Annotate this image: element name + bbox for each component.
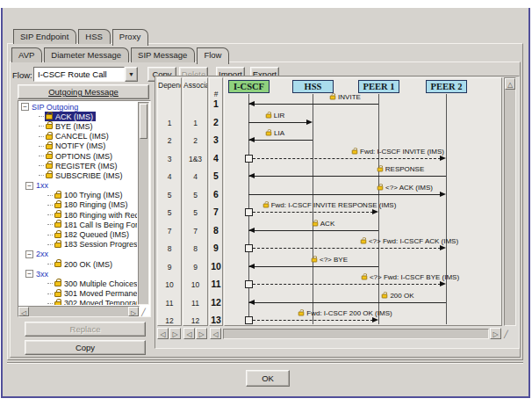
collapse-icon[interactable]: − (25, 270, 33, 278)
tree-connector (47, 214, 53, 215)
tree-item-3xx[interactable]: −3xx (25, 269, 137, 279)
diagram-bottom-scrollbar[interactable]: ◁ ▷ ◁ ▷ ◁ ▷ ╱ (157, 328, 516, 340)
tree-item-183-session-progress-im[interactable]: 183 Session Progress (IM (47, 240, 137, 250)
tree-scroll-thumb[interactable] (140, 104, 147, 139)
tab-sip-message[interactable]: SIP Message (131, 47, 195, 62)
message-label[interactable]: LIR (196, 112, 354, 120)
tree-scroll-left-icon[interactable]: ◁ (18, 307, 29, 316)
tree-item-ack-ims-[interactable]: ACK (IMS) (39, 112, 137, 121)
assoc-scroll-left-icon[interactable]: ◁ (183, 328, 195, 339)
tree-item-200-ok-ims-[interactable]: 200 OK (IMS) (47, 259, 137, 269)
tree-item-body[interactable]: REGISTER (IMS) (45, 161, 120, 170)
tree-item-notify-ims-[interactable]: NOTIFY (IMS) (39, 141, 137, 151)
tree-item-bye-ims-[interactable]: BYE (IMS) (39, 121, 137, 131)
tree-item-body[interactable]: 200 OK (IMS) (54, 259, 115, 269)
tree-item-180-ringing-with-require-1[interactable]: 180 Ringing with Require 1 (47, 210, 137, 220)
diagram-resize-grip-icon[interactable]: ╱ (504, 329, 508, 340)
canvas-scroll-track[interactable] (223, 329, 489, 339)
tree-item-181-call-is-being-forwarde[interactable]: 181 Call Is Being Forwarde (47, 220, 137, 229)
tree-item-100-trying-ims-[interactable]: 100 Trying (IMS) (47, 191, 137, 200)
tab-hss[interactable]: HSS (78, 29, 111, 44)
message-label[interactable]: RESPONSE (321, 165, 479, 173)
message-line (248, 140, 313, 141)
message-label[interactable]: <?> BYE (250, 256, 408, 264)
message-label[interactable]: INVITE (266, 93, 424, 101)
tree-item-302-moved-temporarily-i[interactable]: 302 Moved Temporarily (I (47, 299, 137, 305)
lock-icon (377, 168, 383, 172)
tree-item-body[interactable]: ACK (IMS) (45, 112, 96, 121)
tree-item-body[interactable]: 302 Moved Temporarily (I (54, 299, 137, 305)
message-label[interactable]: LIA (196, 129, 354, 137)
diagram-scroll-up-icon[interactable]: △ (505, 78, 515, 90)
tree-leaf-label: 302 Moved Temporarily (I (64, 299, 137, 305)
tree-item-body[interactable]: 300 Multiple Choices (IMS (54, 279, 137, 288)
flow-combobox[interactable]: I-CSCF Route Call (33, 67, 125, 82)
canvas-scroll-right-icon[interactable]: ▷ (490, 328, 501, 339)
tree-item-body[interactable]: CANCEL (IMS) (45, 132, 111, 141)
tree-item-sip-outgoing[interactable]: −SIP Outgoing (21, 102, 137, 112)
tree-item-body[interactable]: OPTIONS (IMS) (45, 151, 115, 161)
row-number: 10 (210, 261, 222, 272)
tree-item-body[interactable]: 180 Ringing with Require 1 (54, 210, 137, 220)
tree-item-subscribe-ims-[interactable]: SUBSCRIBE (IMS) (39, 170, 137, 180)
tree-item-2xx[interactable]: −2xx (25, 250, 137, 259)
tree-item-body[interactable]: 180 Ringing (IMS) (54, 200, 131, 210)
message-label[interactable]: <?> ACK (IMS) (326, 184, 484, 192)
sequence-canvas[interactable]: I-CSCFHSSPEER 1PEER 2INVITELIRLIAFwd: I-… (224, 77, 502, 326)
tab-flow[interactable]: Flow (197, 47, 229, 64)
tab-avp[interactable]: AVP (11, 47, 42, 62)
arrowhead-icon (372, 317, 378, 322)
arrowhead-icon (306, 120, 313, 125)
tree-vertical-scrollbar[interactable] (138, 102, 149, 305)
message-label[interactable]: <?> Fwd: I-CSCF BYE (IMS) (331, 273, 489, 281)
message-label[interactable]: Fwd: I-CSCF 200 OK (IMS) (266, 309, 424, 317)
tree-item-182-queued-ims-[interactable]: 182 Queued (IMS) (47, 229, 137, 239)
replace-button[interactable]: Replace (25, 322, 146, 337)
message-text: <?> Fwd: I-CSCF ACK (IMS) (369, 237, 458, 245)
collapse-icon[interactable]: − (25, 182, 33, 190)
tree-item-body[interactable]: NOTIFY (IMS) (45, 141, 108, 151)
collapse-icon[interactable]: − (21, 103, 29, 111)
row-number: 4 (210, 153, 222, 163)
tree-item-body[interactable]: 183 Session Progress (IM (54, 240, 137, 250)
message-label[interactable]: <?> Fwd: I-CSCF ACK (IMS) (330, 237, 488, 245)
tree-item-1xx[interactable]: −1xx (25, 181, 137, 191)
tree-item-body[interactable]: 301 Moved Permanently (I (54, 289, 137, 299)
message-label[interactable]: 200 OK (319, 292, 477, 300)
tree-horizontal-scrollbar[interactable]: ◁ ▷ (18, 306, 140, 317)
assoc-scroll-right-icon[interactable]: ▷ (196, 328, 207, 339)
lock-icon (46, 124, 53, 129)
tab-proxy[interactable]: Proxy (112, 29, 148, 46)
tree-item-body[interactable]: 100 Trying (IMS) (54, 191, 126, 200)
tree-item-180-ringing-ims-[interactable]: 180 Ringing (IMS) (47, 200, 137, 210)
tree-item-300-multiple-choices-ims[interactable]: 300 Multiple Choices (IMS (47, 279, 137, 288)
message-label[interactable]: Fwd: I-CSCF INVITE RESPONSE (IMS) (250, 201, 408, 209)
tree-item-options-ims-[interactable]: OPTIONS (IMS) (39, 151, 137, 161)
row-number: 7 (210, 206, 222, 217)
tree-item-body[interactable]: 181 Call Is Being Forwarde (54, 220, 137, 229)
tree-item-body[interactable]: 182 Queued (IMS) (54, 230, 132, 240)
canvas-scroll-left-icon[interactable]: ◁ (210, 328, 221, 339)
outgoing-message-header[interactable]: Outgoing Message (18, 84, 149, 99)
tree-leaf-label: 182 Queued (IMS) (64, 230, 129, 239)
flow-combo-arrow-icon[interactable]: ▼ (125, 67, 138, 82)
depend-scroll-right-icon[interactable]: ▷ (169, 328, 181, 339)
lock-icon (361, 240, 366, 244)
tab-sip-endpoint[interactable]: SIP Endpoint (13, 29, 76, 44)
lifeline-header-i-cscf: I-CSCF (228, 80, 270, 93)
tree-item-body[interactable]: BYE (IMS) (45, 121, 96, 131)
ok-button[interactable]: OK (246, 370, 290, 387)
tree-item-register-ims-[interactable]: REGISTER (IMS) (39, 161, 137, 170)
tree-item-cancel-ims-[interactable]: CANCEL (IMS) (39, 132, 137, 141)
depend-scroll-left-icon[interactable]: ◁ (157, 328, 169, 339)
diagram-vertical-scrollbar[interactable]: △ (504, 77, 516, 326)
tree-item-body[interactable]: SUBSCRIBE (IMS) (45, 170, 126, 180)
tree-scroll-right-icon[interactable]: ▷ (128, 307, 139, 316)
message-label[interactable]: ACK (244, 220, 402, 228)
collapse-icon[interactable]: − (25, 250, 33, 258)
copy-message-button[interactable]: Copy (25, 340, 146, 355)
message-label[interactable]: Fwd: I-CSCF INVITE (IMS) (319, 148, 477, 156)
tab-diameter-message[interactable]: Diameter Message (44, 47, 129, 62)
tree-resize-grip-icon[interactable]: ╱ (141, 307, 146, 318)
tree-item-301-moved-permanently-i[interactable]: 301 Moved Permanently (I (47, 289, 137, 299)
